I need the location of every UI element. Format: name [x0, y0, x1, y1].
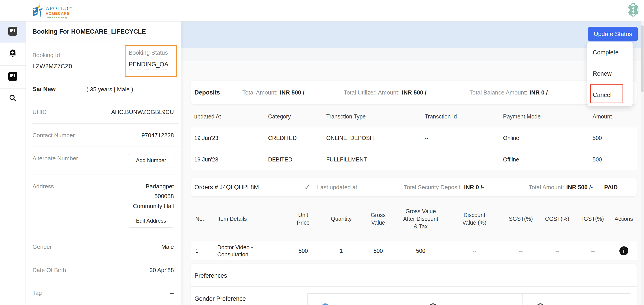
- gender-pref-option[interactable]: [523, 293, 630, 305]
- gender-value: Male: [161, 243, 174, 250]
- security-deposit-label: Total Security Deposit:: [404, 184, 462, 191]
- sidebar-item-notifications[interactable]: [0, 43, 26, 66]
- gender-label: Gender: [32, 243, 52, 250]
- identicon-pattern: [628, 3, 639, 17]
- brand-subname: HOMECARE: [46, 12, 72, 16]
- booking-status-highlight-box: Booking Status PENDING_QA: [125, 45, 177, 77]
- total-utilized-value: INR 500 /-: [402, 89, 428, 96]
- brand-logo-text: APOLLOTM HOMECARE –We are your family–: [46, 3, 72, 20]
- sub-band: [181, 48, 641, 61]
- search-icon: [8, 94, 17, 104]
- booking-status-value[interactable]: PENDING_QA: [129, 61, 168, 69]
- cell-updated-at: 19 Jun'23: [191, 149, 265, 170]
- sidebar: [0, 21, 26, 305]
- brand-name: APOLLO: [46, 6, 69, 11]
- col-transaction-type: Transction Type: [323, 106, 422, 127]
- cell-gross-after: 500: [395, 241, 446, 260]
- cell-item-details: Doctor Video - Consultation: [212, 241, 285, 260]
- user-avatar[interactable]: [628, 3, 639, 17]
- orders-total-amount: Total Amount: INR 500 /-: [529, 178, 593, 196]
- cell-amount: 500: [590, 149, 636, 170]
- status-action-band: [181, 21, 641, 48]
- orders-security-deposit: Total Security Deposit: INR 0 /-: [404, 178, 484, 196]
- uhid-label: UHID: [32, 109, 47, 116]
- orders-summary-card: Orders # J4QLQHPL8M ✓ Last updated at To…: [191, 178, 636, 196]
- trademark: TM: [69, 6, 72, 9]
- menu-item-renew[interactable]: Renew: [588, 63, 632, 84]
- sidebar-item-board[interactable]: [0, 66, 26, 89]
- deposit-row[interactable]: 19 Jun'23 DEBITED FULLFILLMENT -- Offlin…: [191, 149, 636, 170]
- col-item-details: Item Details: [212, 196, 285, 241]
- col-cgst: CGST(%): [539, 196, 575, 241]
- address-line: Community Hall: [133, 203, 174, 210]
- address-line: Badangpet: [146, 183, 174, 190]
- col-gross-after: Gross Value After Discount & Tax: [395, 196, 446, 241]
- update-status-menu: Complete Renew Cancel: [588, 42, 632, 106]
- gender-pref-option[interactable]: [308, 293, 415, 305]
- booking-detail-panel: Booking For HOMECARE_LIFECYCLE Booking I…: [26, 21, 181, 305]
- cell-no: 1: [191, 241, 212, 260]
- patient-name: Sai New: [32, 86, 56, 93]
- cell-amount: 500: [590, 127, 636, 149]
- person-icon: [321, 303, 330, 305]
- col-category: Category: [265, 106, 323, 127]
- divider: [191, 286, 636, 287]
- brand-logo: APOLLOTM HOMECARE –We are your family–: [33, 3, 72, 20]
- deposits-summary-card: Deposits Total Amount: INR 500 /- Total …: [191, 81, 636, 104]
- order-item-row[interactable]: 1 Doctor Video - Consultation 500 1 500 …: [191, 241, 636, 260]
- divider: [32, 174, 179, 174]
- update-status-button[interactable]: Update Status: [588, 27, 638, 42]
- info-icon[interactable]: i: [620, 246, 628, 255]
- cell-unit-price: 500: [285, 241, 321, 260]
- col-amount: Amount: [590, 106, 636, 127]
- booking-status-label: Booking Status: [129, 49, 168, 56]
- cell-transaction-id: --: [422, 149, 500, 170]
- deposits-total-amount: Total Amount: INR 500 /-: [242, 81, 306, 104]
- person-icon: [429, 303, 437, 305]
- deposits-total-utilized: Total Utilized Amount: INR 500 /-: [344, 81, 428, 104]
- cell-gross-value: 500: [362, 241, 395, 260]
- col-payment-mode: Payment Mode: [500, 106, 590, 127]
- edit-address-button[interactable]: Edit Address: [128, 214, 174, 227]
- deposits-table-header: updated At Category Transction Type Tran…: [191, 106, 636, 127]
- cell-category: DEBITED: [265, 149, 323, 170]
- apollo-emblem-icon: [33, 3, 44, 20]
- booking-id-value: LZW2MZ7CZ0: [32, 63, 72, 70]
- orders-total-label: Total Amount:: [529, 184, 564, 191]
- col-discount: Discount Value (%): [446, 196, 502, 241]
- alternate-number-label: Alternate Number: [32, 155, 78, 162]
- cell-payment-mode: Online: [500, 127, 590, 149]
- sidebar-item-search[interactable]: [0, 89, 26, 109]
- contact-number-label: Contact Number: [32, 132, 75, 139]
- add-number-button[interactable]: Add Number: [128, 154, 174, 167]
- dob-value: 30 Apr'88: [150, 267, 174, 274]
- last-updated-label: Last updated at: [317, 178, 357, 196]
- divider: [32, 237, 179, 237]
- deposits-title: Deposits: [194, 81, 220, 104]
- cell-transaction-type: FULLFILLMENT: [323, 149, 422, 170]
- security-deposit-value: INR 0 /-: [464, 184, 484, 191]
- col-updated-at: updated At: [191, 106, 265, 127]
- col-sgst: SGST(%): [502, 196, 539, 241]
- sidebar-item-board-active[interactable]: [0, 21, 26, 43]
- uhid-value: AHC.BUNWZCGBL9CU: [111, 109, 174, 116]
- orders-total-value: INR 500 /-: [566, 184, 593, 191]
- total-balance-value: INR 0 /-: [530, 89, 550, 96]
- cell-transaction-type: ONLINE_DEPOSIT: [323, 127, 422, 149]
- bell-plus-icon: [8, 49, 18, 60]
- divider: [32, 100, 179, 100]
- gender-pref-option[interactable]: [415, 293, 523, 305]
- divider: [32, 123, 179, 124]
- col-no: No.: [191, 196, 212, 241]
- menu-item-cancel[interactable]: Cancel: [588, 84, 632, 106]
- address-line: 500058: [154, 193, 174, 200]
- booking-id-label: Booking Id: [32, 52, 60, 59]
- col-gross-value: Gross Value: [362, 196, 395, 241]
- orders-title: Orders # J4QLQHPL8M: [194, 178, 259, 196]
- divider: [32, 41, 179, 42]
- patient-meta: ( 35 years | Male ): [86, 86, 133, 93]
- paid-status-badge: PAID: [604, 178, 618, 196]
- menu-item-complete[interactable]: Complete: [588, 42, 632, 63]
- scrollbar-thumb[interactable]: [641, 25, 644, 92]
- deposit-row[interactable]: 19 Jun'23 CREDITED ONLINE_DEPOSIT -- Onl…: [191, 127, 636, 149]
